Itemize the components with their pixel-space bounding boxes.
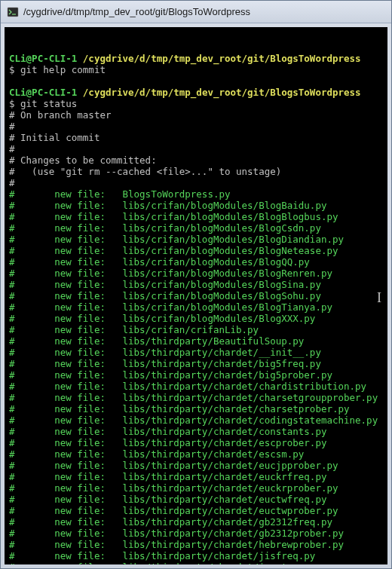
status-line: # (9, 143, 383, 154)
new-file-line: # new file: libs/thirdparty/BeautifulSou… (9, 335, 383, 347)
new-file-line: # new file: libs/crifan/blogModules/Blog… (9, 234, 383, 245)
new-file-line: # new file: libs/crifan/blogModules/Blog… (9, 313, 383, 324)
new-file-line: # new file: libs/thirdparty/chardet/big5… (9, 358, 383, 369)
prompt-user: CLi@PC-CLI-1 (9, 53, 77, 64)
new-file-line: # new file: libs/thirdparty/chardet/big5… (9, 369, 383, 381)
new-file-line: # new file: libs/thirdparty/chardet/euck… (9, 471, 383, 482)
new-file-line: # new file: libs/thirdparty/chardet/codi… (9, 415, 383, 426)
new-file-line: # new file: libs/thirdparty/chardet/char… (9, 392, 383, 403)
prompt-line: CLi@PC-CLI-1 /cygdrive/d/tmp/tmp_dev_roo… (9, 87, 383, 98)
new-file-line: # new file: libs/thirdparty/chardet/escs… (9, 448, 383, 460)
new-file-line: # new file: libs/thirdparty/chardet/euck… (9, 482, 383, 494)
terminal-content[interactable]: CLi@PC-CLI-1 /cygdrive/d/tmp/tmp_dev_roo… (5, 27, 387, 564)
dollar-sign: $ (9, 98, 20, 109)
window-titlebar[interactable]: /cygdrive/d/tmp/tmp_dev_root/git/BlogsTo… (1, 1, 391, 23)
status-line: # (use "git rm --cached <file>..." to un… (9, 166, 383, 177)
new-file-line: # new file: libs/crifan/blogModules/Blog… (9, 200, 383, 211)
command-text: git help commit (20, 64, 106, 75)
prompt-user: CLi@PC-CLI-1 (9, 87, 77, 98)
status-line: # (9, 121, 383, 132)
new-file-line: # new file: libs/thirdparty/chardet/euct… (9, 505, 383, 516)
new-file-line: # new file: libs/thirdparty/chardet/jisf… (9, 550, 383, 561)
new-file-line: # new file: libs/crifan/blogModules/Blog… (9, 245, 383, 256)
command-line[interactable]: $ git status (9, 98, 383, 109)
new-file-line: # new file: libs/thirdparty/chardet/gb23… (9, 528, 383, 539)
text-cursor: I (377, 292, 381, 304)
window-title: /cygdrive/d/tmp/tmp_dev_root/git/BlogsTo… (23, 6, 250, 17)
prompt-path: /cygdrive/d/tmp/tmp_dev_root/git/BlogsTo… (77, 53, 360, 64)
new-file-line: # new file: libs/thirdparty/chardet/escp… (9, 437, 383, 448)
new-file-line: # new file: libs/thirdparty/chardet/char… (9, 381, 383, 392)
svg-rect-0 (8, 8, 18, 17)
new-file-line: # new file: libs/crifan/blogModules/Blog… (9, 279, 383, 290)
new-file-line: # new file: libs/thirdparty/chardet/euct… (9, 494, 383, 505)
command-line[interactable]: $ git help commit (9, 64, 383, 75)
new-file-line: # new file: libs/crifan/blogModules/Blog… (9, 256, 383, 268)
new-file-line: # new file: libs/crifan/crifanLib.py (9, 324, 383, 335)
blank-line (9, 75, 383, 87)
new-file-line: # new file: libs/thirdparty/chardet/jpcn… (9, 561, 383, 564)
prompt-path: /cygdrive/d/tmp/tmp_dev_root/git/BlogsTo… (77, 87, 360, 98)
new-file-line: # new file: libs/thirdparty/chardet/hebr… (9, 539, 383, 550)
new-file-line: # new file: libs/crifan/blogModules/Blog… (9, 290, 383, 301)
new-file-line: # new file: BlogsToWordpress.py (9, 188, 383, 200)
new-file-line: # new file: libs/thirdparty/chardet/gb23… (9, 516, 383, 528)
status-line: # On branch master (9, 109, 383, 121)
new-file-line: # new file: libs/thirdparty/chardet/eucj… (9, 460, 383, 471)
new-file-line: # new file: libs/crifan/blogModules/Blog… (9, 268, 383, 279)
dollar-sign: $ (9, 64, 20, 75)
new-file-line: # new file: libs/thirdparty/chardet/__in… (9, 347, 383, 358)
new-file-line: # new file: libs/crifan/blogModules/Blog… (9, 211, 383, 222)
command-text: git status (20, 98, 77, 109)
prompt-line: CLi@PC-CLI-1 /cygdrive/d/tmp/tmp_dev_roo… (9, 53, 383, 64)
status-line: # (9, 177, 383, 188)
new-file-line: # new file: libs/crifan/blogModules/Blog… (9, 301, 383, 313)
status-line: # Changes to be committed: (9, 154, 383, 166)
new-file-line: # new file: libs/thirdparty/chardet/cons… (9, 426, 383, 437)
status-line: # Initial commit (9, 132, 383, 143)
terminal-window: /cygdrive/d/tmp/tmp_dev_root/git/BlogsTo… (0, 0, 392, 569)
cygwin-icon (7, 6, 19, 18)
new-file-line: # new file: libs/crifan/blogModules/Blog… (9, 222, 383, 234)
new-file-line: # new file: libs/thirdparty/chardet/char… (9, 403, 383, 415)
